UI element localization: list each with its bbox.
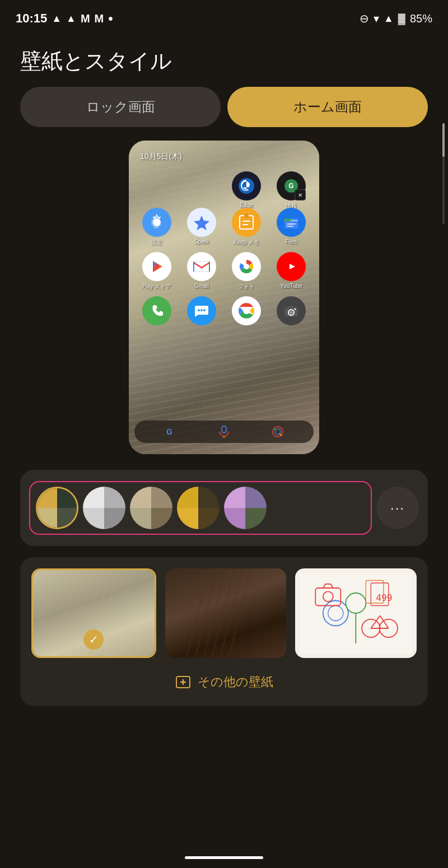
app-row-2: 設定 Spark [134,208,314,246]
app-chrome[interactable] [226,296,267,327]
app-jouhou[interactable]: G ✕ 情報 [271,171,311,210]
home-indicator [185,856,263,859]
more-wallpapers-label: その他の壁紙 [198,674,273,690]
svg-text:499: 499 [376,592,393,603]
svg-line-43 [274,428,276,430]
scrollbar[interactable] [442,123,445,224]
app-messages[interactable] [181,296,222,327]
dock-lens [251,425,305,438]
app-grid-main: 設定 Spark [134,208,314,327]
arrow-up-icon: ▲ [52,13,62,25]
color-swatch-4[interactable] [177,487,220,529]
svg-point-32 [243,307,250,314]
svg-point-29 [200,309,203,311]
app-photos[interactable]: フォト [226,252,267,291]
wallpaper-thumb-3[interactable]: 499 [295,568,417,658]
phone-dock: G [134,421,314,443]
battery-icon: ▓ [398,13,405,25]
phone-preview: 10月5日(木) Edge G [129,141,319,454]
app-gmail[interactable]: Gmail [181,252,222,291]
tab-bar: ロック画面 ホーム画面 [20,87,428,127]
app-keep[interactable]: Keep メモ [226,208,267,246]
status-bar: 10:15 ▲ ▲ M M • ⊖ ▾ ▲ ▓ 85% [0,0,448,31]
phone-date: 10月5日(木) [140,152,182,162]
svg-line-50 [56,570,78,656]
color-swatch-5[interactable] [224,487,267,529]
svg-line-61 [371,616,380,629]
color-swatch-1[interactable] [36,487,78,529]
svg-point-68 [346,593,366,613]
phone-preview-container: 10月5日(木) Edge G [20,141,428,454]
gmail-icon: M [81,12,90,25]
app-play[interactable]: Play ストア [137,252,177,291]
svg-rect-16 [244,213,249,218]
app-row-3: Play ストア Gmail [134,252,314,291]
svg-rect-20 [284,218,291,221]
wifi-icon: ▾ [374,12,379,25]
minus-circle-icon: ⊖ [360,12,369,25]
svg-point-28 [198,309,200,311]
gmail-icon2: M [95,12,104,25]
svg-marker-14 [194,216,209,230]
app-row-4 [134,296,314,327]
tab-lock[interactable]: ロック画面 [20,87,221,127]
dock-mic [197,425,251,438]
time: 10:15 [16,11,47,26]
dock-google: G [143,426,197,438]
dot-icon: • [108,11,113,26]
status-left: 10:15 ▲ ▲ M M • [16,11,113,26]
thumb-check-1: ✓ [83,629,104,650]
svg-point-57 [323,601,348,626]
app-phone[interactable] [137,296,177,327]
wallpaper-thumb-1[interactable]: ✓ [31,568,156,658]
palette-selected-group [29,481,372,535]
more-wallpapers-button[interactable]: その他の壁紙 [31,669,417,695]
svg-point-13 [155,221,158,224]
svg-point-30 [203,309,206,311]
svg-line-44 [279,433,282,436]
svg-line-49 [64,570,86,656]
tab-home[interactable]: ホーム画面 [227,87,428,127]
svg-point-65 [323,591,333,601]
svg-point-58 [328,606,343,621]
svg-text:G: G [166,427,172,436]
more-colors-button[interactable]: ··· [376,487,419,529]
page-title: 壁紙とスタイル [0,31,448,87]
app-row-1: Edge G ✕ 情報 [226,171,311,210]
svg-rect-22 [194,262,209,272]
palette-section: ··· [20,470,428,546]
app-youtube[interactable]: YouTube [271,252,311,291]
app-edge[interactable]: Edge [226,171,267,210]
arrow-up-icon2: ▲ [66,13,76,25]
app-spark[interactable]: Spark [181,208,222,246]
thumb-doodle-bg: 499 [295,568,417,658]
scrollbar-thumb [442,123,445,157]
signal-icon: ▲ [384,13,394,25]
color-swatch-3[interactable] [130,487,172,529]
svg-rect-39 [222,426,226,433]
app-settings[interactable]: 設定 [137,208,177,246]
app-camera[interactable] [271,296,311,327]
app-files[interactable]: Files [271,208,311,246]
svg-point-25 [244,264,249,269]
svg-point-37 [295,309,296,310]
color-swatch-2[interactable] [83,487,125,529]
wallpaper-thumbs: ✓ [31,568,417,658]
wallpaper-thumb-2[interactable] [165,568,287,658]
battery-percent: 85% [410,12,432,25]
status-right: ⊖ ▾ ▲ ▓ 85% [360,12,432,25]
wallpaper-section: ✓ [20,557,428,706]
svg-point-36 [290,311,293,314]
wallpaper-add-icon [175,674,191,690]
thumb-dark-bg [165,568,287,658]
svg-line-62 [380,616,389,629]
svg-marker-21 [153,261,162,272]
